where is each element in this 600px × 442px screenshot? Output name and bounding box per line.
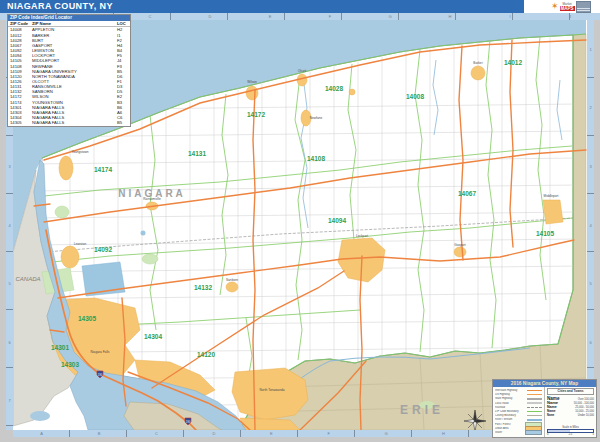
zip-cell: B5 [117,120,128,125]
sheet-margin-right [594,13,600,442]
legend-symbol-list: Interstate HighwayUS HighwayState Highwa… [493,387,544,437]
grid-ref-label: 3 [6,137,13,196]
cities-towns-rows: NameOver 100,000Name50,000 - 100,000Name… [547,396,594,419]
scale-bar-group: Scale in Miles 02.55 [547,426,594,437]
legend-title: 2016 Niagara County, NY Map [493,380,596,387]
grid-ref-label: 5 [587,254,594,313]
grid-ref-label: 2 [587,79,594,138]
bond-lake [141,231,146,236]
legend-item-swatch [527,407,542,408]
cities-towns-header: Cities and Towns [547,388,594,395]
grid-ref-label: H [420,13,480,20]
city-pop-range: 10,000 - 25,000 [575,410,594,413]
grid-ref-label: 5 [6,254,13,313]
scale-tick: 5 [593,433,594,436]
erie-park-patch [419,401,435,409]
grid-band-right: 1234567 [587,20,594,430]
city-sample-name: Name [547,409,555,413]
grid-ref-label: D [185,430,242,437]
svg-text:190: 190 [186,420,191,424]
col-zip-name: ZIP Name [32,21,117,26]
grid-ref-label: C [128,430,185,437]
grid-ref-label: 4 [6,196,13,255]
legend-item-label: Railroad [495,406,527,409]
legend-item: Water [495,430,542,434]
grid-ref-label: E [240,13,300,20]
legend-item-swatch [527,419,542,420]
legend-item-label: Park / Forest [495,423,525,426]
col-loc: LOC [117,21,128,26]
compass-star-icon: ✶ [551,2,559,11]
map-legend: 2016 Niagara County, NY Map Interstate H… [492,379,597,438]
publisher-logo: ✶ Market MAPS [551,1,591,12]
logo-fineprint-block [576,1,591,13]
city-pop-range: 50,000 - 100,000 [574,402,594,405]
scale-tick: 0 [547,433,548,436]
legend-item-swatch [527,390,542,391]
legend-item-label: ZIP Code Boundary [495,410,527,413]
legend-item-swatch [527,398,542,399]
zip-index-table: ZIP Code Index/Grid Locator ZIP Code ZIP… [7,14,131,127]
scale-tick: 2.5 [569,433,573,436]
city-pop-range: 25,000 - 50,000 [575,406,594,409]
grid-ref-label: I [480,13,540,20]
zip-table-row: 14305NIAGARA FALLSB5 [10,120,128,125]
grid-ref-label: H [415,430,472,437]
city-size-row: NameUnder 10,000 [547,414,594,419]
legend-item-label: River / Stream [495,418,527,421]
grid-ref-label: 6 [587,313,594,372]
map-title-bar: NIAGARA COUNTY, NY [0,0,524,13]
canada-pond [30,411,50,421]
city-pop-range: Over 100,000 [578,398,594,401]
legend-item-label: State Highway [495,397,527,400]
legend-item-label: County Boundary [495,414,527,417]
city-sample-name: Name [547,405,557,409]
grid-ref-label: 4 [587,196,594,255]
grid-ref-label: 7 [6,371,13,430]
legend-item-swatch [527,415,542,416]
grid-ref-label: F [300,430,357,437]
zip-cell: NIAGARA FALLS [32,120,117,125]
city-sample-name: Name [547,414,554,417]
grid-ref-label: 1 [587,20,594,79]
legend-item-swatch [525,430,542,435]
legend-item-swatch [527,402,542,403]
legend-item-label: Urban Area [495,427,525,430]
col-zip-code: ZIP Code [10,21,32,26]
legend-item-swatch [527,394,542,395]
legend-item-label: US Highway [495,393,527,396]
scale-bar [547,429,594,434]
grid-ref-label: G [357,430,414,437]
grid-ref-label: 6 [6,313,13,372]
grid-ref-label: 3 [587,137,594,196]
scale-ticks: 02.55 [547,433,594,436]
grid-ref-label: E [243,430,300,437]
grid-ref-label: A [13,430,70,437]
svg-text:190: 190 [98,373,103,377]
legend-item-label: Water [495,431,525,434]
logo-maps-text: MAPS [560,6,575,11]
grid-ref-label: F [300,13,360,20]
legend-item-label: Local Road [495,402,527,405]
grid-ref-label: B [70,430,127,437]
legend-item-swatch [527,411,542,412]
grid-ref-label: G [360,13,420,20]
grid-ref-label: J [540,13,600,20]
legend-item-label: Interstate Highway [495,389,527,392]
zip-table-rows: 14008APPLETONH214012BARKERI114028BURTF21… [8,27,130,126]
grid-ref-label: D [180,13,240,20]
map-sheet: { "title_bar": {"title": "NIAGARA COUNTY… [0,0,600,442]
zip-cell: 14305 [10,120,32,125]
city-pop-range: Under 10,000 [578,414,594,417]
